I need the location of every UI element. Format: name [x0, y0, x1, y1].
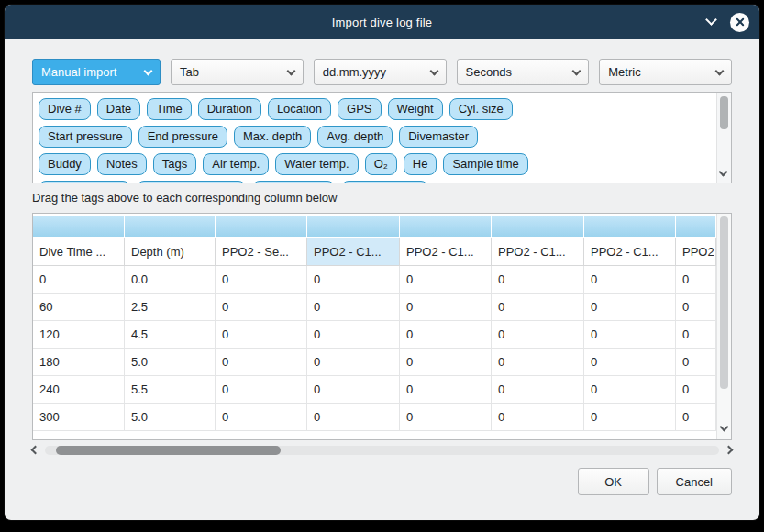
table-cell: 0: [307, 266, 400, 294]
tag-pool: Dive # Date Time Duration Location GPS W…: [32, 92, 732, 183]
column-tag[interactable]: He: [404, 153, 437, 175]
scroll-down-icon[interactable]: [720, 423, 729, 432]
column-tag[interactable]: Sample CNS: [341, 181, 428, 183]
window-title: Import dive log file: [5, 16, 759, 29]
column-tag[interactable]: Cyl. size: [449, 98, 513, 120]
column-tag[interactable]: Divemaster: [399, 126, 478, 148]
tag-row: Start pressure End pressure Max. depth A…: [39, 126, 711, 148]
column-drop-target[interactable]: [307, 216, 400, 237]
dialog-buttons: OK Cancel: [32, 468, 732, 495]
table-cell: 0: [584, 349, 676, 376]
table-row: 240 5.5 0 0 0 0 0 0: [33, 376, 716, 404]
date-format-select[interactable]: dd.mm.yyyy: [314, 59, 447, 85]
combo-value: Tab: [180, 65, 199, 79]
column-header[interactable]: Depth (m): [125, 238, 216, 266]
table-cell: 300: [33, 404, 125, 431]
table-cell: 60: [33, 294, 125, 321]
column-tag[interactable]: Sample pressure: [137, 181, 245, 183]
scrollbar-thumb[interactable]: [720, 96, 728, 129]
table-header-row: Dive Time ... Depth (m) PPO2 - Se... PPO…: [33, 238, 716, 266]
column-tag[interactable]: Start pressure: [39, 126, 132, 148]
column-tag[interactable]: Water temp.: [275, 153, 358, 175]
table-cell: 0: [492, 349, 584, 376]
column-header[interactable]: PPO2: [676, 238, 716, 266]
combo-value: dd.mm.yyyy: [323, 65, 386, 79]
column-drop-target[interactable]: [216, 216, 307, 237]
column-header[interactable]: PPO2 - C1...: [492, 238, 584, 266]
table-grid: Dive Time ... Depth (m) PPO2 - Se... PPO…: [33, 214, 716, 439]
column-tag[interactable]: Dive #: [39, 98, 91, 120]
column-header[interactable]: PPO2 - Se...: [216, 238, 307, 266]
table-cell: 120: [33, 321, 125, 349]
column-tag[interactable]: Notes: [97, 153, 147, 175]
column-header[interactable]: PPO2 - C1...: [400, 238, 492, 266]
table-row: 60 2.5 0 0 0 0 0 0: [33, 294, 716, 321]
column-tag[interactable]: Sample depth: [39, 181, 130, 183]
table-cell: 0: [584, 266, 676, 294]
ok-button[interactable]: OK: [578, 468, 649, 495]
duration-format-select[interactable]: Seconds: [457, 59, 590, 85]
column-tag[interactable]: Time: [147, 98, 191, 120]
column-tag[interactable]: Buddy: [39, 153, 91, 175]
column-tag[interactable]: Sample time: [443, 153, 527, 175]
table-cell: 0: [400, 266, 492, 294]
table-cell: 5.0: [125, 349, 216, 376]
table-row: 180 5.0 0 0 0 0 0 0: [33, 349, 716, 376]
table-cell: 0: [307, 321, 400, 349]
column-header[interactable]: Dive Time ...: [33, 238, 125, 266]
column-drop-target[interactable]: [400, 216, 492, 237]
cancel-button[interactable]: Cancel: [657, 468, 732, 495]
table-vertical-scrollbar[interactable]: [716, 214, 731, 439]
table-cell: 0: [216, 294, 307, 321]
scroll-down-icon[interactable]: [719, 168, 728, 177]
tag-row: Dive # Date Time Duration Location GPS W…: [39, 98, 711, 120]
combo-value: Metric: [608, 65, 640, 79]
tag-pool-scrollbar[interactable]: [716, 93, 731, 183]
tag-row: Buddy Notes Tags Air temp. Water temp. O…: [39, 153, 711, 175]
table-cell: 180: [33, 349, 125, 376]
column-tag[interactable]: Location: [268, 98, 331, 120]
column-tag[interactable]: Date: [97, 98, 140, 120]
column-drop-target[interactable]: [584, 216, 676, 237]
table-cell: 0: [492, 376, 584, 404]
titlebar[interactable]: Import dive log file: [5, 5, 759, 39]
table-cell: 0: [676, 321, 716, 349]
column-drop-target[interactable]: [125, 216, 216, 237]
column-tag[interactable]: Avg. depth: [317, 126, 393, 148]
field-separator-select[interactable]: Tab: [171, 59, 304, 85]
column-tag[interactable]: Max. depth: [234, 126, 311, 148]
table-cell: 0.0: [125, 266, 216, 294]
table-horizontal-scrollbar[interactable]: [32, 443, 732, 457]
column-drop-target[interactable]: [676, 216, 716, 237]
column-tag[interactable]: Tags: [153, 153, 196, 175]
column-drop-target[interactable]: [33, 216, 125, 237]
column-tag[interactable]: Weight: [388, 98, 443, 120]
table-cell: 0: [676, 266, 716, 294]
column-header[interactable]: PPO2 - C1...: [584, 238, 676, 266]
column-tag[interactable]: O₂: [365, 153, 397, 175]
instruction-text: Drag the tags above to each correspondin…: [32, 191, 732, 205]
titlebar-menu-chevron-down-icon[interactable]: [705, 14, 717, 26]
h-scrollbar-thumb[interactable]: [56, 446, 281, 455]
table-cell: 0: [400, 321, 492, 349]
import-type-select[interactable]: Manual import: [32, 59, 161, 85]
column-tag[interactable]: GPS: [338, 98, 381, 120]
column-tag[interactable]: Sample pO₂: [252, 181, 335, 183]
table-cell: 0: [584, 376, 676, 404]
scrollbar-thumb[interactable]: [720, 216, 728, 389]
close-button[interactable]: [730, 13, 749, 32]
column-header[interactable]: PPO2 - C1...: [307, 238, 400, 266]
scroll-left-icon[interactable]: [31, 446, 40, 455]
table-cell: 0: [492, 266, 584, 294]
chevron-down-icon: [144, 66, 153, 75]
h-scrollbar-track[interactable]: [45, 446, 719, 455]
column-drop-target[interactable]: [492, 216, 584, 237]
column-tag[interactable]: Duration: [198, 98, 261, 120]
column-tag[interactable]: Air temp.: [203, 153, 269, 175]
table-cell: 5.0: [125, 404, 216, 431]
scroll-right-icon[interactable]: [725, 446, 734, 455]
table-cell: 0: [584, 294, 676, 321]
table-cell: 240: [33, 376, 125, 404]
column-tag[interactable]: End pressure: [138, 126, 227, 148]
units-select[interactable]: Metric: [599, 59, 732, 85]
